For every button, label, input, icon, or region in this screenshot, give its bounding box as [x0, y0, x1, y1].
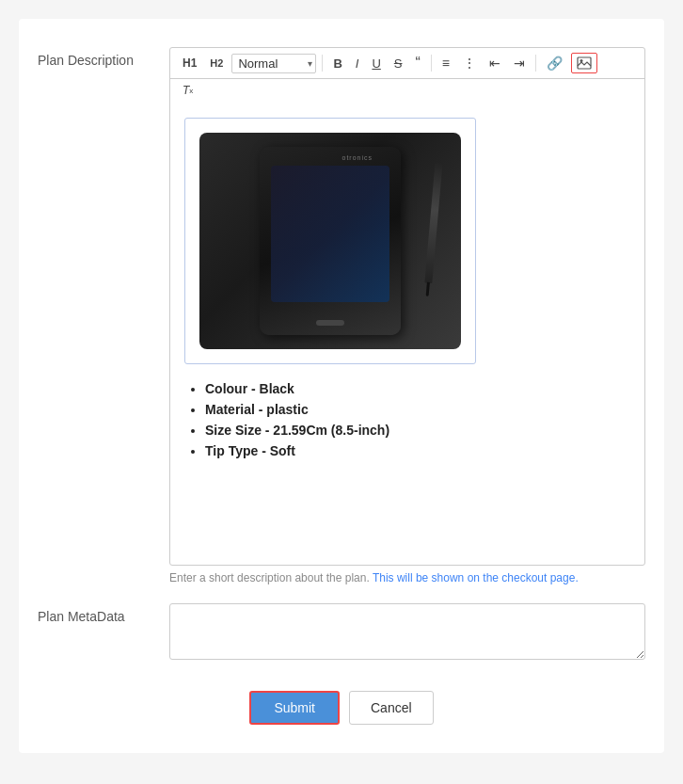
align-left-button[interactable]: ⇤ — [484, 53, 505, 73]
cancel-button[interactable]: Cancel — [349, 691, 434, 725]
plan-metadata-label: Plan MetaData — [38, 603, 169, 624]
plan-description-field: H1 H2 Normal Heading 1 Heading 2 Heading… — [169, 47, 645, 584]
description-hint: Enter a short description about the plan… — [169, 571, 645, 584]
toolbar-divider-1 — [322, 55, 323, 72]
quote-button[interactable]: “ — [410, 52, 424, 74]
toolbar-divider-2 — [431, 55, 432, 72]
h2-button[interactable]: H2 — [205, 55, 228, 72]
form-container: Plan Description H1 H2 Normal Heading 1 … — [19, 19, 664, 753]
h1-button[interactable]: H1 — [178, 54, 201, 72]
metadata-textarea[interactable] — [169, 603, 645, 660]
image-button[interactable] — [571, 53, 597, 73]
clear-format-button[interactable]: Tx — [178, 81, 198, 100]
ordered-list-button[interactable]: ≡ — [437, 53, 454, 73]
product-image-container: otronics — [184, 118, 476, 364]
bold-button[interactable]: B — [328, 54, 346, 73]
editor-content[interactable]: otronics Colour - Black Material - plast… — [170, 104, 644, 565]
brand-text: otronics — [342, 154, 373, 161]
tablet-button — [316, 320, 344, 326]
specs-list: Colour - Black Material - plastic Size S… — [184, 381, 630, 458]
format-select[interactable]: Normal Heading 1 Heading 2 Heading 3 — [231, 54, 316, 73]
form-actions: Submit Cancel — [38, 691, 645, 725]
list-item: Colour - Black — [205, 381, 630, 396]
tablet-body: otronics — [260, 147, 401, 335]
spec-material: Material - plastic — [205, 402, 309, 417]
spec-size: Size Size - 21.59Cm (8.5-inch) — [205, 423, 389, 438]
align-right-button[interactable]: ⇥ — [509, 53, 530, 73]
submit-button[interactable]: Submit — [249, 691, 340, 725]
editor-wrapper: H1 H2 Normal Heading 1 Heading 2 Heading… — [169, 47, 645, 566]
plan-metadata-field — [169, 603, 645, 663]
product-specs: Colour - Black Material - plastic Size S… — [184, 381, 630, 458]
toolbar-divider-3 — [535, 55, 536, 72]
product-image: otronics — [199, 133, 461, 349]
list-item: Material - plastic — [205, 402, 630, 417]
unordered-list-button[interactable]: ⋮ — [458, 53, 481, 73]
spec-tip: Tip Type - Soft — [205, 443, 295, 458]
link-button[interactable]: 🔗 — [542, 53, 567, 73]
plan-metadata-row: Plan MetaData — [38, 603, 645, 663]
toolbar-row2: Tx — [170, 79, 644, 104]
spec-colour: Colour - Black — [205, 381, 294, 396]
hint-highlight: This will be shown on the checkout page. — [373, 571, 579, 584]
strikethrough-button[interactable]: S — [389, 54, 407, 73]
list-item: Tip Type - Soft — [205, 443, 630, 458]
stylus-tip — [426, 282, 430, 296]
plan-description-label: Plan Description — [38, 47, 169, 68]
italic-button[interactable]: I — [351, 54, 364, 73]
stylus — [424, 161, 442, 283]
editor-toolbar: H1 H2 Normal Heading 1 Heading 2 Heading… — [170, 48, 644, 79]
underline-button[interactable]: U — [367, 54, 385, 73]
list-item: Size Size - 21.59Cm (8.5-inch) — [205, 423, 630, 438]
tablet-screen — [271, 166, 389, 302]
svg-rect-0 — [578, 57, 591, 69]
format-select-wrap: Normal Heading 1 Heading 2 Heading 3 ▾ — [231, 54, 316, 73]
plan-description-row: Plan Description H1 H2 Normal Heading 1 … — [38, 47, 645, 584]
